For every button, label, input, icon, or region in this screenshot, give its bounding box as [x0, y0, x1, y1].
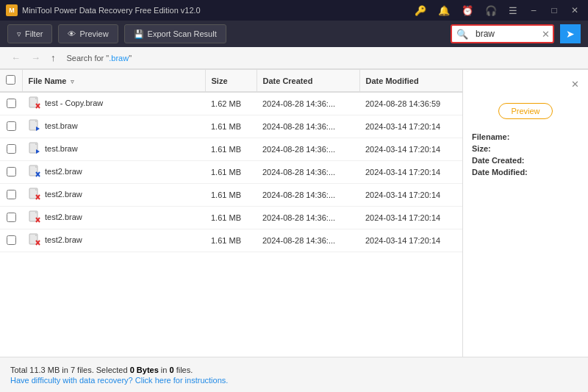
table-row[interactable]: test2.braw1.61 MB2024-08-28 14:36:...202… [0, 207, 462, 229]
file-icon: test - Copy.braw [28, 96, 103, 110]
file-table: File Name ▿ Size Date Created Date Modif… [0, 70, 462, 252]
row-checkbox[interactable] [7, 144, 16, 154]
row-filename-cell: test - Copy.braw [22, 92, 205, 115]
title-text: MiniTool Power Data Recovery Free Editio… [22, 6, 412, 15]
row-size-cell: 1.61 MB [205, 115, 257, 138]
filter-button[interactable]: ▿ Filter [7, 24, 52, 43]
row-size-cell: 1.61 MB [205, 229, 257, 252]
preview-panel-button[interactable]: Preview [498, 103, 552, 119]
file-icon: test.braw [28, 119, 78, 132]
search-box: 🔍 ✕ [451, 24, 554, 43]
bell-icon[interactable]: 🔔 [435, 4, 453, 18]
title-bar: M MiniTool Power Data Recovery Free Edit… [0, 0, 588, 21]
file-panel: File Name ▿ Size Date Created Date Modif… [0, 70, 463, 357]
file-name-text: test2.braw [45, 190, 82, 199]
file-metadata: Filename: Size: Date Created: Date Modif… [472, 132, 579, 179]
in-text: in [159, 366, 170, 374]
row-checkbox[interactable] [7, 190, 16, 199]
row-checkbox[interactable] [7, 167, 16, 177]
total-text: Total 11.3 MB in 7 files. Selected [10, 366, 130, 374]
table-header: File Name ▿ Size Date Created Date Modif… [0, 70, 462, 92]
th-created[interactable]: Date Created [257, 70, 359, 92]
nav-back-button[interactable]: ← [7, 50, 24, 65]
nav-forward-button[interactable]: → [27, 50, 44, 65]
created-meta-label: Date Created: [472, 156, 525, 165]
title-icons: 🔑 🔔 ⏰ 🎧 ☰ – □ ✕ [412, 3, 582, 18]
table-row[interactable]: test2.braw1.61 MB2024-08-28 14:36:...202… [0, 184, 462, 207]
headphones-icon[interactable]: 🎧 [482, 4, 500, 18]
search-go-button[interactable]: ➤ [560, 24, 581, 43]
minimize-button[interactable]: – [526, 3, 541, 18]
file-icon: test2.braw [28, 165, 82, 178]
nav-up-button[interactable]: ↑ [47, 50, 60, 65]
meta-modified-row: Date Modified: [472, 168, 579, 177]
clock-icon[interactable]: ⏰ [459, 4, 476, 18]
status-bar: Total 11.3 MB in 7 files. Selected 0 Byt… [0, 357, 588, 392]
row-checkbox-cell [0, 207, 22, 229]
file-icon: test.braw [28, 142, 78, 155]
toolbar: ▿ Filter 👁 Preview 💾 Export Scan Result … [0, 21, 588, 47]
app-icon: M [6, 4, 18, 16]
status-text: Total 11.3 MB in 7 files. Selected 0 Byt… [10, 366, 578, 374]
search-clear-button[interactable]: ✕ [539, 29, 553, 40]
row-filename-cell: test.braw [22, 138, 205, 161]
row-size-cell: 1.62 MB [205, 92, 257, 115]
th-size[interactable]: Size [205, 70, 257, 92]
row-checkbox[interactable] [7, 99, 16, 108]
help-link[interactable]: Have difficulty with data recovery? Clic… [10, 376, 578, 385]
table-row[interactable]: test - Copy.braw1.62 MB2024-08-28 14:36:… [0, 92, 462, 115]
th-modified[interactable]: Date Modified [359, 70, 462, 92]
close-button[interactable]: ✕ [567, 3, 582, 18]
row-modified-cell: 2024-03-14 17:20:14 [359, 229, 462, 252]
export-label: Export Scan Result [148, 29, 217, 38]
main-area: File Name ▿ Size Date Created Date Modif… [0, 69, 588, 357]
row-created-cell: 2024-08-28 14:36:... [257, 207, 359, 229]
row-size-cell: 1.61 MB [205, 161, 257, 184]
row-checkbox[interactable] [7, 121, 16, 131]
row-checkbox-cell [0, 184, 22, 207]
filter-label: Filter [25, 29, 43, 38]
filter-icon: ▿ [17, 29, 21, 39]
table-row[interactable]: test2.braw1.61 MB2024-08-28 14:36:...202… [0, 161, 462, 184]
maximize-button[interactable]: □ [547, 3, 562, 18]
row-checkbox[interactable] [7, 235, 16, 245]
file-name-text: test.braw [45, 144, 78, 153]
svg-marker-6 [36, 126, 40, 131]
table-row[interactable]: test.braw1.61 MB2024-08-28 14:36:...2024… [0, 138, 462, 161]
preview-toolbar-button[interactable]: 👁 Preview [58, 24, 118, 43]
key-icon[interactable]: 🔑 [412, 4, 429, 18]
meta-created-row: Date Created: [472, 156, 579, 165]
row-created-cell: 2024-08-28 14:36:... [257, 229, 359, 252]
file-icon: test2.braw [28, 233, 82, 246]
svg-marker-9 [36, 149, 40, 154]
row-size-cell: 1.61 MB [205, 138, 257, 161]
search-info: Search for ".braw" [67, 54, 132, 63]
search-term: .braw [109, 54, 129, 63]
export-button[interactable]: 💾 Export Scan Result [124, 24, 226, 43]
filename-col-label: File Name [29, 76, 67, 85]
sort-arrow: ▿ [71, 78, 74, 85]
search-input[interactable] [473, 29, 539, 39]
row-filename-cell: test.braw [22, 115, 205, 138]
row-checkbox-cell [0, 161, 22, 184]
table-row[interactable]: test2.braw1.61 MB2024-08-28 14:36:...202… [0, 229, 462, 252]
close-panel-icon[interactable]: ✕ [571, 79, 579, 90]
selected-bytes: 0 Bytes [130, 366, 159, 374]
file-name-text: test - Copy.braw [45, 99, 103, 107]
row-checkbox[interactable] [7, 213, 16, 222]
size-meta-label: Size: [472, 144, 491, 153]
modified-meta-label: Date Modified: [472, 168, 528, 177]
row-checkbox-cell [0, 138, 22, 161]
row-filename-cell: test2.braw [22, 161, 205, 184]
row-filename-cell: test2.braw [22, 207, 205, 229]
row-created-cell: 2024-08-28 14:36:... [257, 115, 359, 138]
th-filename[interactable]: File Name ▿ [22, 70, 205, 92]
created-col-label: Date Created [263, 76, 313, 85]
table-row[interactable]: test.braw1.61 MB2024-08-28 14:36:...2024… [0, 115, 462, 138]
row-checkbox-cell [0, 229, 22, 252]
menu-icon[interactable]: ☰ [506, 4, 520, 18]
file-name-text: test.braw [45, 121, 78, 130]
row-modified-cell: 2024-03-14 17:20:14 [359, 115, 462, 138]
select-all-checkbox[interactable] [6, 75, 15, 85]
row-modified-cell: 2024-03-14 17:20:14 [359, 138, 462, 161]
